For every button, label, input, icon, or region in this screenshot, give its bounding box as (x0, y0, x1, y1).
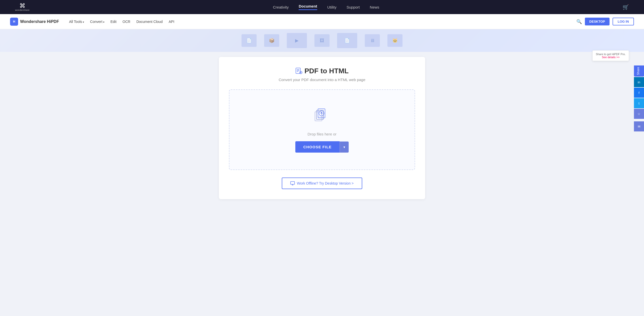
tool-header: PDF to HTML Convert your PDF document in… (229, 67, 415, 82)
share-bookmark[interactable]: ☆ (634, 109, 644, 119)
nav-all-tools[interactable]: All Tools (69, 20, 84, 24)
tool-title: PDF to HTML (304, 67, 349, 75)
hero-item-1: 📄 (242, 34, 257, 47)
upload-area[interactable]: Drop files here or CHOOSE FILE ▾ (229, 89, 415, 170)
share-promo: Share to get HiPDF Pro. See details >> (592, 50, 629, 61)
svg-rect-14 (291, 182, 295, 184)
tool-card: PDF to HTML Convert your PDF document in… (219, 57, 425, 199)
nav-utility[interactable]: Utility (327, 5, 337, 9)
share-linkedin[interactable]: in (634, 77, 644, 87)
share-facebook[interactable]: f (634, 88, 644, 98)
share-label[interactable]: Share (634, 65, 644, 77)
pdf-to-html-icon (295, 67, 302, 75)
secondary-nav: H Wondershare HiPDF All Tools Convert Ed… (0, 14, 644, 29)
sec-nav-links: All Tools Convert Edit OCR Document Clou… (69, 20, 569, 24)
choose-file-row: CHOOSE FILE ▾ (295, 141, 349, 153)
top-nav-links: Creativity Document Utility Support News (273, 4, 379, 10)
main-content: Share to get HiPDF Pro. See details >> S… (0, 52, 644, 209)
nav-ocr[interactable]: OCR (123, 20, 130, 24)
nav-creativity[interactable]: Creativity (273, 5, 289, 9)
share-email[interactable]: ✉ (634, 121, 644, 131)
drop-text: Drop files here or (307, 132, 336, 136)
nav-news[interactable]: News (370, 5, 379, 9)
choose-file-button[interactable]: CHOOSE FILE (295, 141, 340, 153)
hero-item-3: ▶ (287, 33, 307, 48)
hero-banner: 📄 📦 ▶ 🖼 📄 🖥 🐱 (0, 29, 644, 52)
sec-nav-right: 🔍 DESKTOP LOG IN (576, 18, 634, 25)
upload-icon (312, 107, 332, 127)
desktop-button[interactable]: DESKTOP (585, 18, 610, 25)
desktop-link-section: Work Offline? Try Desktop Version > (229, 178, 415, 189)
nav-edit[interactable]: Edit (110, 20, 116, 24)
share-twitter[interactable]: t (634, 98, 644, 108)
desktop-version-label: Work Offline? Try Desktop Version > (297, 181, 354, 185)
share-sidebar: Share in f t ☆ ✉ (634, 65, 644, 131)
nav-document-cloud[interactable]: Document Cloud (136, 20, 163, 24)
hero-item-4: 🖼 (314, 34, 330, 47)
desktop-version-button[interactable]: Work Offline? Try Desktop Version > (282, 178, 362, 189)
hero-item-2: 📦 (264, 34, 279, 47)
brand-name: Wondershare HiPDF (20, 19, 59, 24)
nav-document[interactable]: Document (299, 4, 317, 10)
brand-logo: H Wondershare HiPDF (10, 18, 59, 26)
cart-icon[interactable]: 🛒 (623, 4, 629, 10)
hero-item-5: 📄 (337, 33, 357, 48)
brand-icon: H (10, 18, 18, 26)
nav-support[interactable]: Support (347, 5, 360, 9)
wondershare-logo: ⌘ wondershare (15, 3, 30, 11)
hero-banner-inner: 📄 📦 ▶ 🖼 📄 🖥 🐱 (242, 33, 403, 48)
tool-subtitle: Convert your PDF document into a HTML we… (229, 78, 415, 82)
logo-symbol: ⌘ (19, 3, 25, 9)
top-nav-right: 🛒 (623, 4, 629, 10)
choose-file-dropdown[interactable]: ▾ (340, 142, 349, 153)
nav-api[interactable]: API (169, 20, 174, 24)
dropdown-arrow: ▾ (343, 145, 345, 149)
share-promo-link[interactable]: See details >> (602, 56, 620, 59)
top-nav: ⌘ wondershare Creativity Document Utilit… (0, 0, 644, 14)
monitor-icon (290, 181, 295, 186)
login-button[interactable]: LOG IN (613, 18, 634, 25)
nav-convert[interactable]: Convert (90, 20, 104, 24)
logo-text: wondershare (15, 9, 30, 11)
search-icon[interactable]: 🔍 (576, 19, 582, 24)
tool-icon-row: PDF to HTML (229, 67, 415, 75)
hero-item-7: 🐱 (387, 34, 403, 47)
hero-item-6: 🖥 (365, 34, 380, 47)
share-promo-text: Share to get HiPDF Pro. (596, 53, 626, 56)
